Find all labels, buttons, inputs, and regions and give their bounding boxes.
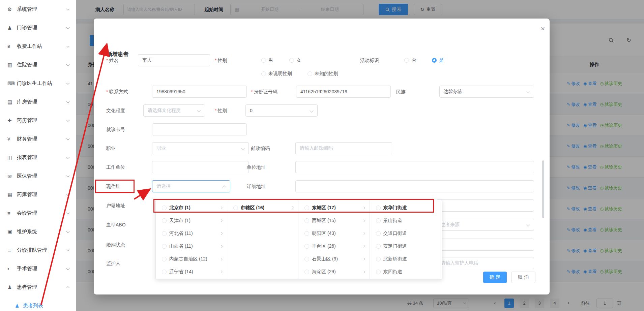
pharmacy-mgmt-icon: ✚ <box>7 118 17 124</box>
sidebar-item-surgery-mgmt[interactable]: ▪ 手术管理 <box>0 259 76 278</box>
cascader-option[interactable]: 辽宁省 (14) <box>156 266 227 278</box>
sidebar-item-outpatient-mgmt[interactable]: ♟ 门诊管理 <box>0 19 76 37</box>
employer-address-input[interactable] <box>295 161 534 173</box>
cascader-option[interactable]: 北京市 (1) <box>156 201 227 214</box>
radio-icon[interactable] <box>162 270 167 274</box>
sidebar-item-inpatient-mgmt[interactable]: ▥ 住院管理 <box>0 56 76 74</box>
radio-gender-unstated[interactable]: 未说明性别 <box>261 68 292 80</box>
ethnicity-select[interactable]: 达斡尔族 <box>439 86 534 98</box>
cascader-option[interactable]: 朝阳区 (43) <box>298 227 370 240</box>
cascader-option[interactable]: 河北省 (11) <box>156 227 227 240</box>
sidebar-item-storehouse-mgmt[interactable]: ▤ 库房管理 <box>0 93 76 111</box>
radio-icon[interactable] <box>162 206 167 210</box>
gender2-select[interactable]: 0 <box>245 104 318 117</box>
current-address-label: 现住址 <box>106 180 120 192</box>
radio-gender-unknown[interactable]: 未知的性别 <box>308 68 338 80</box>
contact-input[interactable]: 19880991650 <box>152 86 247 98</box>
report-mgmt-icon: ◫ <box>7 155 17 161</box>
radio-icon[interactable] <box>162 218 167 223</box>
cascader-option[interactable]: 北新桥街道 <box>370 253 442 266</box>
sidebar-item-pharmacy-mgmt[interactable]: ✚ 药房管理 <box>0 111 76 130</box>
id-number-label: *身份证号码 <box>251 86 277 98</box>
radio-icon[interactable] <box>376 270 381 274</box>
radio-icon[interactable] <box>304 270 309 274</box>
marital-row-input[interactable] <box>436 239 534 251</box>
modal-scrollbar[interactable] <box>542 160 544 218</box>
cascader-option[interactable]: 东城区 (17) <box>298 201 370 214</box>
maintenance-system-icon: ▣ <box>7 229 17 235</box>
employer-input[interactable] <box>152 161 249 173</box>
radio-icon[interactable] <box>162 231 167 236</box>
radio-active-yes[interactable]: 是 <box>432 54 444 66</box>
sidebar-item-maintenance-system[interactable]: ▣ 维护系统 <box>0 222 76 241</box>
sidebar-item-outpatient-doctor-workstation[interactable]: ⌨ 门诊医生工作站 <box>0 74 76 93</box>
id-number-input[interactable]: 411625192602039719 <box>296 86 391 98</box>
cascader-option[interactable]: 安定门街道 <box>370 240 442 253</box>
current-address-cascader[interactable]: 请选择 <box>152 180 230 192</box>
system-mgmt-icon: ⚙ <box>7 6 17 12</box>
household-detail-input[interactable] <box>436 199 534 212</box>
radio-icon[interactable] <box>304 257 309 261</box>
radio-male[interactable]: 男 <box>261 54 273 66</box>
gender2-label: *性别 <box>215 104 227 117</box>
radio-icon[interactable] <box>162 257 167 261</box>
cascader-option[interactable]: 市辖区 (16) <box>227 201 298 214</box>
outpatient-doctor-workstation-icon: ⌨ <box>7 81 17 87</box>
occupation-select[interactable]: 职业 <box>152 142 249 154</box>
cascader-option[interactable]: 西城区 (15) <box>298 214 370 227</box>
detail-address-input[interactable] <box>295 180 534 192</box>
radio-icon[interactable] <box>233 206 238 210</box>
sidebar-item-consultation-mgmt[interactable]: ≡ 会诊管理 <box>0 204 76 222</box>
confirm-button[interactable]: 确 定 <box>483 272 507 283</box>
cascader-option[interactable]: 山西省 (11) <box>156 240 227 253</box>
sidebar-item-report-mgmt[interactable]: ◫ 报表管理 <box>0 148 76 167</box>
radio-icon[interactable] <box>304 206 309 210</box>
radio-icon[interactable] <box>376 244 381 249</box>
sidebar-item-triage-queue-mgmt[interactable]: ≣ 分诊排队管理 <box>0 241 76 259</box>
education-select[interactable]: 请选择文化程度 <box>143 104 205 117</box>
chevron-down-icon <box>66 44 70 48</box>
radio-active-no[interactable]: 否 <box>404 54 416 66</box>
sidebar-item-system-mgmt[interactable]: ⚙ 系统管理 <box>0 0 76 19</box>
postal-input[interactable]: 请输入邮政编码 <box>295 142 392 154</box>
cascader-option[interactable]: 石景山区 (9) <box>298 253 370 266</box>
cascader-option[interactable]: 景山街道 <box>370 214 442 227</box>
sidebar-item-fee-workstation[interactable]: ¥ 收费工作站 <box>0 37 76 56</box>
sidebar-item-patient-mgmt[interactable]: ♟ 患者管理 <box>0 278 76 297</box>
radio-icon[interactable] <box>376 218 381 223</box>
chevron-down-icon <box>526 90 530 93</box>
radio-icon[interactable] <box>162 244 167 249</box>
guardian-phone-input[interactable]: 请输入监护人电话 <box>436 257 534 269</box>
card-number-input[interactable] <box>152 123 247 135</box>
cascader-option[interactable]: 东华门街道 <box>370 201 442 214</box>
sidebar-item-patient-list[interactable]: ♟ 患者列表 <box>0 297 76 311</box>
cascader-option[interactable]: 内蒙古自治区 (12) <box>156 253 227 266</box>
chevron-down-icon <box>66 81 70 85</box>
education-label: 文化程度 <box>106 104 125 117</box>
patient-source-select[interactable]: 患者来源 <box>436 219 534 231</box>
triage-queue-mgmt-icon: ≣ <box>7 247 17 253</box>
close-icon[interactable]: × <box>538 24 548 33</box>
radio-female[interactable]: 女 <box>289 54 301 66</box>
name-input[interactable]: 牢大 <box>138 54 210 66</box>
chevron-right-icon <box>362 207 365 209</box>
cascader-option[interactable]: 海淀区 (29) <box>298 266 370 278</box>
ethnicity-label: 民族 <box>396 86 406 98</box>
patients-icon: ♟ <box>15 303 23 309</box>
outpatient-mgmt-icon: ♟ <box>7 25 17 31</box>
radio-icon[interactable] <box>304 218 309 223</box>
sidebar-item-insurance-mgmt[interactable]: ✉ 医保管理 <box>0 167 76 185</box>
sidebar-item-finance-mgmt[interactable]: ¥ 财务管理 <box>0 130 76 148</box>
cascader-column-3: 东城区 (17) 西城区 (15) 朝阳区 (43) 丰台区 (26) 石景山区… <box>298 200 370 279</box>
cascader-option[interactable]: 交道口街道 <box>370 227 442 240</box>
radio-icon[interactable] <box>304 231 309 236</box>
radio-icon[interactable] <box>376 257 381 261</box>
cascader-option[interactable]: 东四街道 <box>370 266 442 278</box>
radio-icon[interactable] <box>376 206 381 210</box>
sidebar-item-drug-storage-mgmt[interactable]: ▦ 药库管理 <box>0 185 76 204</box>
cascader-option[interactable]: 丰台区 (26) <box>298 240 370 253</box>
cascader-option[interactable]: 天津市 (1) <box>156 214 227 227</box>
radio-icon[interactable] <box>304 244 309 249</box>
cancel-button[interactable]: 取 消 <box>511 272 535 283</box>
radio-icon[interactable] <box>376 231 381 236</box>
